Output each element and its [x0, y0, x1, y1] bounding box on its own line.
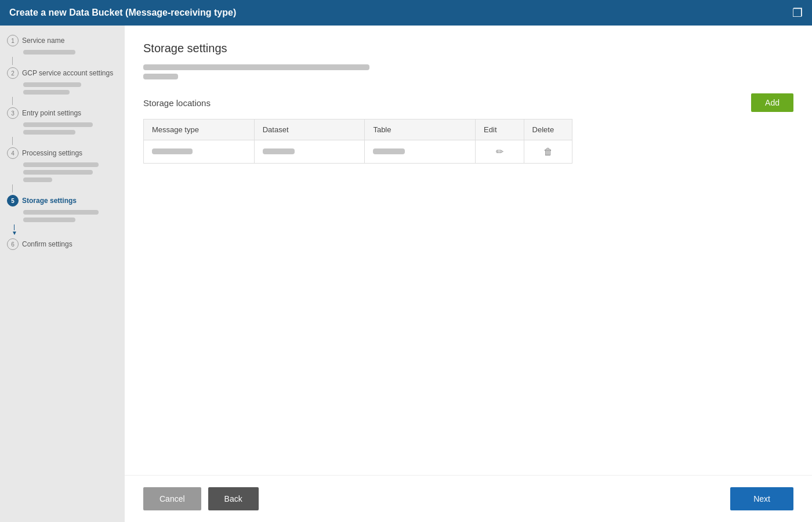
step-4-bar-1	[23, 162, 99, 167]
sidebar-step-4: 4 Processing settings	[7, 147, 118, 193]
step-3-label: Entry point settings	[22, 109, 81, 117]
col-dataset: Dataset	[254, 119, 365, 140]
connector-4	[7, 184, 118, 193]
step-2-circle: 2	[7, 67, 19, 79]
desc-bar-2	[143, 74, 178, 79]
desc-bar-1	[143, 64, 369, 70]
step-2-bar-2	[23, 90, 70, 95]
header-title: Create a new Data Bucket (Message-receiv…	[9, 8, 236, 18]
step-1-header[interactable]: 1 Service name	[7, 35, 118, 46]
sidebar-step-1: 1 Service name	[7, 35, 118, 65]
connector-3	[7, 137, 118, 145]
back-button[interactable]: Back	[208, 487, 259, 510]
sidebar-step-2: 2 GCP service account settings	[7, 67, 118, 105]
delete-icon[interactable]: 🗑	[543, 147, 553, 157]
connector-1	[7, 57, 118, 65]
table-header-row: Message type Dataset Table Edit Delete	[144, 119, 572, 140]
add-button[interactable]: Add	[751, 93, 793, 112]
step-2-header[interactable]: 2 GCP service account settings	[7, 67, 118, 79]
dataset-bar	[263, 148, 295, 154]
step-1-circle: 1	[7, 35, 19, 46]
section-title: Storage settings	[143, 42, 793, 55]
step-6-circle: 6	[7, 238, 19, 250]
cell-delete[interactable]: 🗑	[524, 140, 572, 164]
arrow-down-icon: ▼	[12, 230, 17, 236]
step-5-bar-2	[23, 217, 75, 222]
step-6-header[interactable]: 6 Confirm settings	[7, 238, 118, 250]
cell-message-type	[144, 140, 255, 164]
cell-table	[365, 140, 476, 164]
step-4-header[interactable]: 4 Processing settings	[7, 147, 118, 159]
storage-table: Message type Dataset Table Edit Delete	[143, 119, 572, 164]
step-4-bars	[7, 162, 118, 182]
sidebar-step-3: 3 Entry point settings	[7, 107, 118, 145]
sidebar-step-6: 6 Confirm settings	[7, 238, 118, 250]
col-delete: Delete	[524, 119, 572, 140]
next-button[interactable]: Next	[730, 487, 793, 510]
vline-1	[12, 57, 13, 65]
table-body: ✏ 🗑	[144, 140, 572, 164]
step-6-label: Confirm settings	[22, 240, 72, 248]
step-2-bars	[7, 82, 118, 95]
step-1-bar	[23, 50, 75, 55]
col-message-type: Message type	[144, 119, 255, 140]
sidebar-step-5: 5 Storage settings ▼	[7, 195, 118, 236]
col-edit: Edit	[476, 119, 524, 140]
step-5-header[interactable]: 5 Storage settings	[7, 195, 118, 206]
cell-dataset	[254, 140, 365, 164]
step-3-bars	[7, 122, 118, 135]
step-3-bar-2	[23, 130, 75, 135]
connector-2	[7, 97, 118, 105]
message-type-bar	[152, 148, 193, 154]
description-bars	[143, 64, 793, 79]
step-3-circle: 3	[7, 107, 19, 119]
step-4-circle: 4	[7, 147, 19, 159]
footer-left-buttons: Cancel Back	[143, 487, 259, 510]
footer: Cancel Back Next	[125, 475, 812, 522]
step-2-label: GCP service account settings	[22, 69, 113, 77]
step-5-circle: 5	[7, 195, 19, 206]
storage-locations-label: Storage locations	[143, 98, 211, 108]
step-5-label: Storage settings	[22, 197, 77, 205]
step-5-bars	[7, 210, 118, 222]
step-4-label: Processing settings	[22, 149, 82, 157]
step-2-bar-1	[23, 82, 81, 87]
vline-2	[12, 97, 13, 105]
step-4-bar-2	[23, 170, 93, 175]
step-4-bar-3	[23, 177, 52, 182]
step-3-header[interactable]: 3 Entry point settings	[7, 107, 118, 119]
step-5-bar-1	[23, 210, 99, 215]
sidebar: 1 Service name 2 GCP service account set…	[0, 26, 125, 522]
main-content: Storage settings Storage locations Add M…	[125, 26, 812, 522]
table-bar	[373, 148, 405, 154]
col-table: Table	[365, 119, 476, 140]
table-head: Message type Dataset Table Edit Delete	[144, 119, 572, 140]
edit-icon[interactable]: ✏	[496, 147, 503, 157]
connector-5: ▼	[7, 224, 118, 236]
document-icon: ❐	[792, 6, 803, 20]
app-header: Create a new Data Bucket (Message-receiv…	[0, 0, 812, 26]
step-1-bars	[7, 50, 118, 55]
table-row: ✏ 🗑	[144, 140, 572, 164]
vline-4	[12, 184, 13, 193]
step-1-label: Service name	[22, 37, 64, 45]
cell-edit[interactable]: ✏	[476, 140, 524, 164]
storage-locations-header: Storage locations Add	[143, 93, 793, 112]
vline-3	[12, 137, 13, 145]
step-3-bar-1	[23, 122, 93, 127]
cancel-button[interactable]: Cancel	[143, 487, 201, 510]
